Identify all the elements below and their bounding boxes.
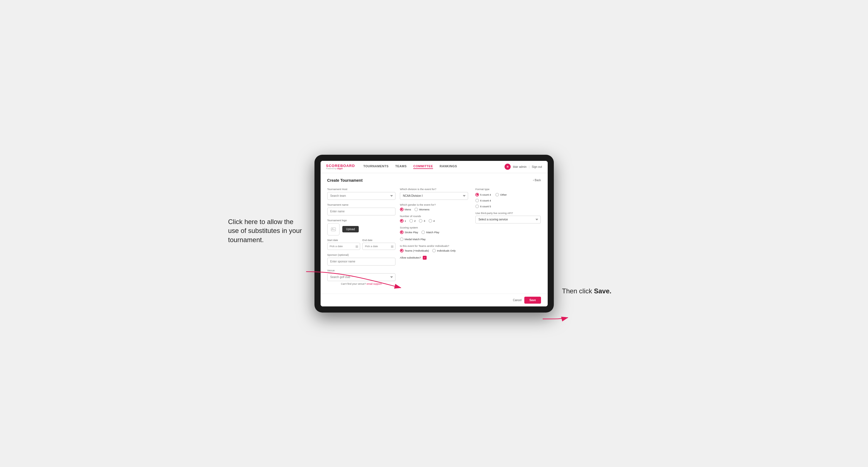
page-title: Create Tournament xyxy=(327,178,363,183)
tournament-logo-label: Tournament logo xyxy=(327,219,396,222)
event-teams-radio[interactable] xyxy=(400,249,404,252)
scoring-api-label: Use third-party live scoring API? xyxy=(475,212,541,215)
tournament-name-label: Tournament name xyxy=(327,203,396,206)
logo-powered-by: Powered by clippd xyxy=(326,167,355,169)
upload-button[interactable]: Upload xyxy=(342,226,359,232)
substitutes-row: Allow substitutes? xyxy=(400,256,468,260)
scoring-match[interactable]: Match Play xyxy=(421,230,439,234)
gender-womens[interactable]: Womens xyxy=(414,208,429,211)
format-other[interactable]: Other xyxy=(495,193,507,196)
start-date-wrap: ▦ xyxy=(327,243,361,250)
substitutes-checkbox[interactable] xyxy=(423,256,427,260)
save-button[interactable]: Save xyxy=(524,297,541,304)
nav-teams[interactable]: TEAMS xyxy=(395,164,407,169)
sponsor-input[interactable] xyxy=(327,258,396,266)
venue-group: Venue Can't find your venue? email suppo… xyxy=(327,269,396,285)
gender-mens-radio[interactable] xyxy=(400,208,404,211)
scoring-radio-group: Stroke Play Match Play Medal Match Play xyxy=(400,230,468,241)
sponsor-label: Sponsor (optional) xyxy=(327,253,396,256)
rounds-label: Number of rounds xyxy=(400,215,468,218)
left-annotation: Click here to allow the use of substitut… xyxy=(228,217,303,244)
format-6count5-radio[interactable] xyxy=(475,205,479,208)
event-individuals[interactable]: Individuals Only xyxy=(432,249,456,252)
nav-committee[interactable]: COMMITTEE xyxy=(413,164,433,169)
form-col-2: Which division is the event for? NCAA Di… xyxy=(400,188,468,289)
event-type-group: Is this event for Teams and/or Individua… xyxy=(400,244,468,252)
tournament-host-label: Tournament Host xyxy=(327,188,396,191)
right-annotation: Then click Save. xyxy=(562,286,618,296)
gender-group: Which gender is the event for? Mens Wome… xyxy=(400,203,468,211)
format-5count4-radio[interactable] xyxy=(475,193,479,196)
user-name: blair admin xyxy=(513,165,527,168)
scoring-medal-radio[interactable] xyxy=(400,238,404,241)
rounds-2-radio[interactable] xyxy=(409,219,413,223)
sponsor-group: Sponsor (optional) xyxy=(327,253,396,266)
rounds-3[interactable]: 3 xyxy=(419,219,425,223)
gender-mens[interactable]: Mens xyxy=(400,208,411,211)
cancel-button[interactable]: Cancel xyxy=(513,299,522,302)
rounds-4-radio[interactable] xyxy=(429,219,432,223)
rounds-3-radio[interactable] xyxy=(419,219,423,223)
scoring-service-select[interactable]: Select a scoring service xyxy=(475,216,541,223)
format-other-radio[interactable] xyxy=(495,193,499,196)
nav-user-area: B blair admin | Sign out xyxy=(504,164,542,170)
nav-divider: | xyxy=(529,165,530,168)
venue-input[interactable] xyxy=(327,273,396,281)
email-support-link[interactable]: email support xyxy=(367,282,381,285)
form-footer: Cancel Save xyxy=(320,293,548,306)
scoring-medal-match[interactable]: Medal Match Play xyxy=(400,238,426,241)
scoring-stroke-radio[interactable] xyxy=(400,230,404,234)
format-6count4[interactable]: 6 count 4 xyxy=(475,199,541,202)
logo-scoreboard: SCOREBOARD xyxy=(326,164,355,167)
end-date-label: End date xyxy=(362,239,396,242)
tournament-host-input[interactable] xyxy=(327,192,396,200)
division-group: Which division is the event for? NCAA Di… xyxy=(400,188,468,200)
rounds-4[interactable]: 4 xyxy=(429,219,435,223)
tournament-name-input[interactable] xyxy=(327,208,396,215)
start-date-group: Start date ▦ xyxy=(327,239,361,250)
format-5count4[interactable]: 5 count 4 xyxy=(475,193,491,196)
format-row-1: 5 count 4 Other xyxy=(475,193,541,196)
rounds-1[interactable]: 1 xyxy=(400,219,406,223)
nav-rankings[interactable]: RANKINGS xyxy=(440,164,457,169)
end-date-group: End date ▦ xyxy=(362,239,396,250)
logo-clippd: clippd xyxy=(337,167,343,169)
rounds-radio-group: 1 2 3 xyxy=(400,219,468,223)
gender-label: Which gender is the event for? xyxy=(400,203,468,206)
form-col-3: Format type 5 count 4 Other xyxy=(472,188,541,289)
event-type-radio-group: Teams (+Individuals) Individuals Only xyxy=(400,249,468,252)
scoring-match-radio[interactable] xyxy=(421,230,425,234)
tournament-host-group: Tournament Host xyxy=(327,188,396,200)
start-date-label: Start date xyxy=(327,239,361,242)
logo-placeholder-icon xyxy=(327,223,340,236)
format-6count5[interactable]: 6 count 5 xyxy=(475,205,541,208)
logo-upload-area: Upload xyxy=(327,223,396,236)
form-col-1: Tournament Host Tournament name Tourname… xyxy=(327,188,396,289)
format-type-title: Format type xyxy=(475,188,541,191)
event-teams[interactable]: Teams (+Individuals) xyxy=(400,249,429,252)
avatar: B xyxy=(504,164,511,170)
rounds-2[interactable]: 2 xyxy=(409,219,415,223)
back-button[interactable]: ‹ Back xyxy=(533,179,541,182)
gender-womens-radio[interactable] xyxy=(414,208,418,211)
top-navigation: SCOREBOARD Powered by clippd TOURNAMENTS… xyxy=(320,161,548,173)
division-select[interactable]: NCAA Division I xyxy=(400,192,468,200)
format-6count4-radio[interactable] xyxy=(475,199,479,202)
page-content: Create Tournament ‹ Back Tournament Host… xyxy=(320,173,548,293)
rounds-1-radio[interactable] xyxy=(400,219,404,223)
nav-tournaments[interactable]: TOURNAMENTS xyxy=(363,164,389,169)
scoring-group: Scoring system Stroke Play Match Play xyxy=(400,226,468,241)
tournament-logo-group: Tournament logo xyxy=(327,219,396,236)
calendar-icon-2: ▦ xyxy=(391,244,394,248)
logo-area: SCOREBOARD Powered by clippd xyxy=(326,164,355,169)
venue-note: Can't find your venue? email support xyxy=(327,282,396,285)
scoring-stroke[interactable]: Stroke Play xyxy=(400,230,418,234)
format-options: 5 count 4 Other 6 count 4 xyxy=(475,193,541,208)
scoring-label: Scoring system xyxy=(400,226,468,229)
page-header: Create Tournament ‹ Back xyxy=(327,178,541,183)
form-columns: Tournament Host Tournament name Tourname… xyxy=(327,188,541,289)
venue-label: Venue xyxy=(327,269,396,272)
event-individuals-radio[interactable] xyxy=(432,249,436,252)
sign-out-link[interactable]: Sign out xyxy=(532,165,542,168)
event-type-label: Is this event for Teams and/or Individua… xyxy=(400,244,468,247)
